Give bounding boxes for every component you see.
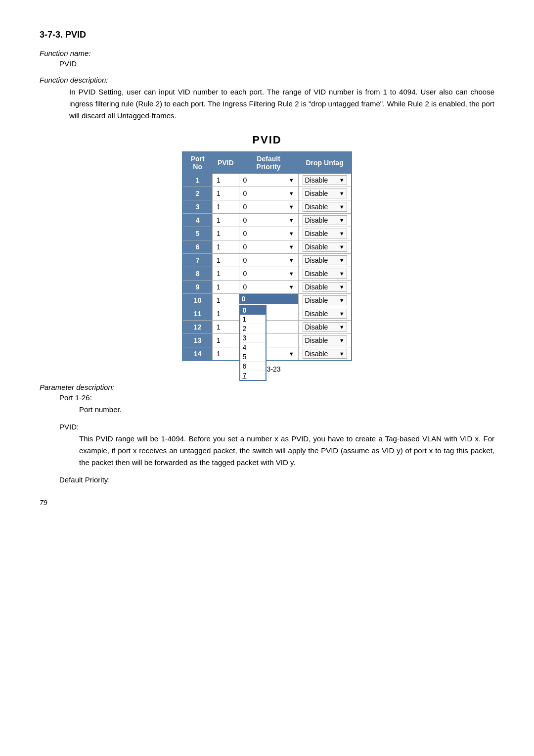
drop-untag-cell[interactable]: Disable▼ [298,307,352,321]
param-pvid-desc: This PVID range will be 1-4094. Before y… [79,433,494,469]
priority-cell[interactable]: 0▼ [239,174,298,187]
port-number: 1 [182,174,212,187]
param-priority-title: Default Priority: [59,475,494,484]
priority-cell[interactable]: 0▼ [239,240,298,254]
table-row: 8 1 0▼ Disable▼ [182,267,351,281]
priority-cell[interactable]: 0▼ [239,267,298,281]
pvid-value: 1 [212,240,239,254]
function-description-label: Function description: [40,76,494,84]
pvid-value: 1 [212,281,239,294]
parameter-section: Parameter description: Port 1-26: Port n… [40,383,494,484]
table-row: 11 1 2 Disable▼ [182,307,351,321]
port-number: 12 [182,321,212,334]
port-number: 9 [182,281,212,294]
table-title: PVID [40,134,494,146]
table-row: 2 1 0▼ Disable▼ [182,187,351,200]
pvid-table: Port No PVID Default Priority Drop Untag… [182,151,352,361]
drop-untag-cell[interactable]: Disable▼ [298,267,352,281]
table-row: 1 1 0▼ Disable▼ [182,174,351,187]
drop-untag-cell[interactable]: Disable▼ [298,227,352,240]
param-port-title: Port 1-26: [59,393,494,402]
drop-untag-cell[interactable]: Disable▼ [298,254,352,267]
port-number: 4 [182,214,212,227]
pvid-table-container: Port No PVID Default Priority Drop Untag… [40,151,494,361]
drop-untag-cell[interactable]: Disable▼ [298,281,352,294]
priority-cell-open[interactable]: 0 0 1 2 3 4 5 6 7 [239,294,298,307]
drop-untag-cell[interactable]: Disable▼ [298,347,352,361]
table-row: 13 1 6 Disable▼ [182,334,351,347]
pvid-value: 1 [212,321,239,334]
table-row: 10 1 0 0 1 2 3 4 5 6 7 [182,294,351,307]
table-row: 3 1 0▼ Disable▼ [182,200,351,214]
table-row: 7 1 0▼ Disable▼ [182,254,351,267]
drop-untag-cell[interactable]: Disable▼ [298,240,352,254]
pvid-value: 1 [212,294,239,307]
col-header-port-no: Port No [182,152,212,174]
port-number: 13 [182,334,212,347]
section-title: 3-7-3. PVID [40,30,494,40]
priority-cell[interactable]: 0▼ [239,227,298,240]
drop-untag-cell[interactable]: Disable▼ [298,174,352,187]
table-row: 14 1 0▼ Disable▼ [182,347,351,361]
pvid-value: 1 [212,174,239,187]
port-number: 6 [182,240,212,254]
table-row: 5 1 0▼ Disable▼ [182,227,351,240]
pvid-value: 1 [212,187,239,200]
drop-untag-cell[interactable]: Disable▼ [298,294,352,307]
pvid-value: 1 [212,214,239,227]
pvid-value: 1 [212,267,239,281]
drop-untag-cell[interactable]: Disable▼ [298,200,352,214]
drop-untag-cell[interactable]: Disable▼ [298,187,352,200]
col-header-pvid: PVID [212,152,239,174]
port-number: 5 [182,227,212,240]
priority-cell[interactable]: 0▼ [239,187,298,200]
port-number: 14 [182,347,212,361]
port-number: 7 [182,254,212,267]
pvid-value: 1 [212,307,239,321]
fig-caption: Fig. 3-23 [40,365,494,373]
col-header-default-priority: Default Priority [239,152,298,174]
port-number: 2 [182,187,212,200]
priority-cell[interactable]: 0▼ [239,200,298,214]
port-number: 11 [182,307,212,321]
pvid-value: 1 [212,334,239,347]
pvid-value: 1 [212,227,239,240]
pvid-value: 1 [212,200,239,214]
col-header-drop-untag: Drop Untag [298,152,352,174]
parameter-description-label: Parameter description: [40,383,494,391]
table-row: 12 1 4 Disable▼ [182,321,351,334]
page-number: 79 [40,499,494,507]
table-row: 6 1 0▼ Disable▼ [182,240,351,254]
port-number: 10 [182,294,212,307]
function-description-text: In PVID Setting, user can input VID numb… [69,86,494,122]
function-name-value: PVID [59,59,494,68]
drop-untag-cell[interactable]: Disable▼ [298,321,352,334]
param-pvid-title: PVID: [59,423,494,431]
priority-cell[interactable]: 0▼ [239,254,298,267]
param-port-desc: Port number. [79,404,494,416]
drop-untag-cell[interactable]: Disable▼ [298,214,352,227]
port-number: 3 [182,200,212,214]
table-row: 9 1 0▼ Disable▼ [182,281,351,294]
port-number: 8 [182,267,212,281]
priority-cell[interactable]: 0▼ [239,281,298,294]
drop-untag-cell[interactable]: Disable▼ [298,334,352,347]
pvid-value: 1 [212,347,239,361]
pvid-value: 1 [212,254,239,267]
priority-cell[interactable]: 0▼ [239,214,298,227]
table-row: 4 1 0▼ Disable▼ [182,214,351,227]
function-name-label: Function name: [40,49,494,57]
